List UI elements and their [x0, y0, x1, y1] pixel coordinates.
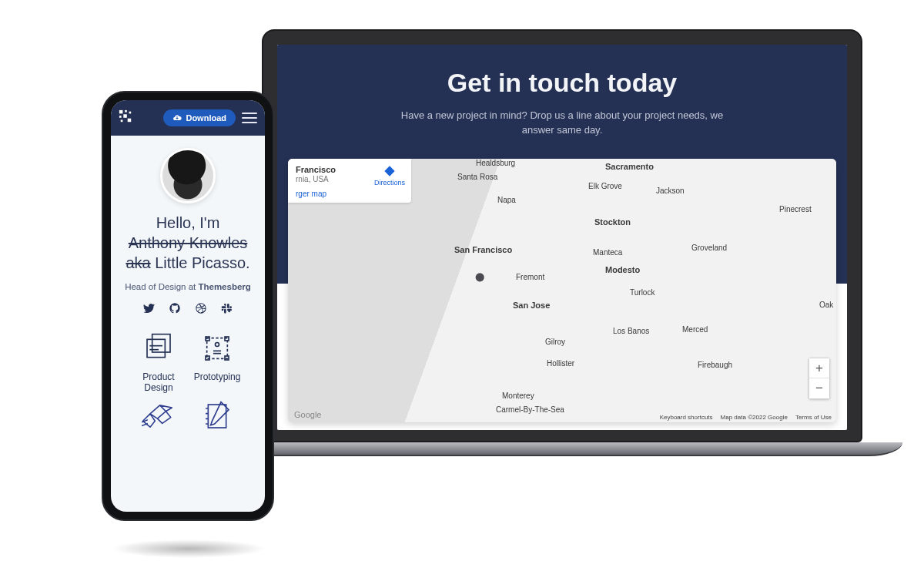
- map-city-monterey: Monterey: [502, 391, 534, 400]
- svg-rect-1: [125, 109, 127, 112]
- slack-icon: [221, 302, 233, 314]
- map-city-hollister: Hollister: [547, 359, 574, 368]
- map-zoom-out-button[interactable]: −: [809, 378, 829, 398]
- map-city-napa: Napa: [497, 196, 516, 204]
- map-city-los-banos: Los Banos: [613, 327, 649, 335]
- phone-device: Download Hello, I'm Anthony Knowles aka …: [102, 91, 274, 521]
- map-city-merced: Merced: [682, 325, 708, 334]
- notebook-pencil-icon: [202, 401, 233, 432]
- cloud-download-icon: [172, 113, 182, 123]
- map-city-oak: Oak: [819, 301, 833, 309]
- svg-rect-4: [129, 111, 132, 113]
- svg-rect-0: [119, 109, 123, 113]
- menu-button[interactable]: [242, 109, 257, 126]
- twitter-icon: [142, 302, 155, 314]
- map-city-manteca: Manteca: [593, 248, 622, 257]
- service-origami[interactable]: [129, 401, 188, 439]
- map-city-modesto: Modesto: [605, 265, 640, 274]
- product-design-icon: [143, 333, 174, 364]
- service-label: Product Design: [129, 371, 188, 393]
- service-prototyping[interactable]: Prototyping: [188, 333, 246, 393]
- laptop-device: Get in touch today Have a new project in…: [262, 29, 862, 456]
- map-terms-link[interactable]: Terms of Use: [795, 414, 832, 421]
- intro-name-strike: Anthony Knowles: [129, 234, 248, 251]
- brand-logo[interactable]: [119, 109, 132, 127]
- map-city-fremont: Fremont: [516, 273, 544, 281]
- logo-icon: [119, 109, 132, 123]
- map-directions-label: Directions: [374, 179, 405, 187]
- map-city-pinecrest: Pinecrest: [779, 205, 812, 213]
- social-links: [123, 302, 253, 318]
- map-city-carmel: Carmel-By-The-Sea: [496, 405, 564, 414]
- svg-rect-3: [123, 114, 127, 118]
- hero-title: Get in touch today: [277, 68, 847, 98]
- intro-nickname: Little Picasso.: [151, 254, 250, 271]
- phone-shadow: [112, 539, 266, 558]
- svg-rect-5: [128, 118, 132, 122]
- laptop-viewport: Get in touch today Have a new project in…: [277, 45, 847, 430]
- svg-rect-7: [147, 339, 165, 357]
- github-icon: [169, 302, 181, 314]
- laptop-bezel: Get in touch today Have a new project in…: [262, 29, 862, 442]
- service-label: Prototyping: [188, 371, 246, 382]
- map-city-san-jose: San Jose: [513, 301, 550, 310]
- svg-rect-6: [121, 119, 123, 122]
- hero-subtitle: Have a new project in mind? Drop us a li…: [393, 109, 732, 138]
- phone-viewport: Download Hello, I'm Anthony Knowles aka …: [111, 100, 265, 512]
- map-city-healdsburg: Healdsburg: [476, 159, 515, 167]
- download-label: Download: [186, 113, 226, 123]
- dribbble-icon: [195, 302, 207, 314]
- map-container[interactable]: Santa Rosa Healdsburg Napa San Francisco…: [288, 159, 836, 422]
- map-directions-button[interactable]: Directions: [374, 165, 405, 187]
- intro-text: Hello, I'm Anthony Knowles aka Little Pi…: [123, 213, 253, 273]
- service-product-design[interactable]: Product Design: [129, 333, 188, 393]
- github-link[interactable]: [169, 302, 181, 318]
- svg-point-16: [216, 343, 219, 347]
- map-city-jackson: Jackson: [656, 187, 685, 195]
- map-zoom-control: + −: [808, 358, 830, 399]
- services-grid: Product Design Prototyping: [123, 318, 253, 439]
- service-notebook[interactable]: [188, 401, 246, 439]
- map-city-san-francisco: San Francisco: [454, 245, 512, 254]
- map-city-stockton: Stockton: [594, 217, 631, 227]
- map-zoom-in-button[interactable]: +: [809, 358, 829, 378]
- map-city-turlock: Turlock: [630, 288, 654, 297]
- map-copyright: Map data ©2022 Google: [721, 414, 788, 421]
- map-google-logo: Google: [294, 410, 321, 419]
- map-city-santa-rosa: Santa Rosa: [457, 173, 497, 181]
- laptop-base: [222, 442, 902, 456]
- prototyping-icon: [202, 333, 233, 364]
- intro-hello: Hello, I'm: [156, 214, 220, 231]
- mobile-topbar: Download: [111, 100, 265, 136]
- map-city-groveland: Groveland: [691, 244, 727, 252]
- origami-bird-icon: [142, 401, 176, 432]
- svg-rect-2: [119, 116, 122, 118]
- role-line: Head of Design at Themesberg: [123, 282, 253, 291]
- map-city-gilroy: Gilroy: [545, 338, 565, 346]
- map-city-sacramento: Sacramento: [605, 162, 654, 171]
- profile-section: Hello, I'm Anthony Knowles aka Little Pi…: [111, 136, 265, 439]
- map-view-larger-link[interactable]: rger map: [296, 190, 403, 198]
- contact-hero: Get in touch today Have a new project in…: [277, 45, 847, 430]
- download-button[interactable]: Download: [163, 109, 236, 126]
- slack-link[interactable]: [221, 302, 233, 318]
- directions-icon: [383, 165, 396, 177]
- role-company: Themesberg: [198, 282, 250, 291]
- map-info-card: Francisco rnia, USA rger map Directions: [288, 159, 411, 203]
- twitter-link[interactable]: [142, 302, 155, 318]
- map-attribution: Keyboard shortcuts Map data ©2022 Google…: [660, 414, 832, 421]
- avatar: [160, 148, 216, 203]
- role-prefix: Head of Design at: [125, 282, 198, 291]
- map-city-firebaugh: Firebaugh: [698, 361, 732, 369]
- map-city-elk-grove: Elk Grove: [588, 182, 622, 190]
- dribbble-link[interactable]: [195, 302, 207, 318]
- map-shortcuts-link[interactable]: Keyboard shortcuts: [660, 414, 713, 421]
- intro-aka-strike: aka: [126, 254, 150, 271]
